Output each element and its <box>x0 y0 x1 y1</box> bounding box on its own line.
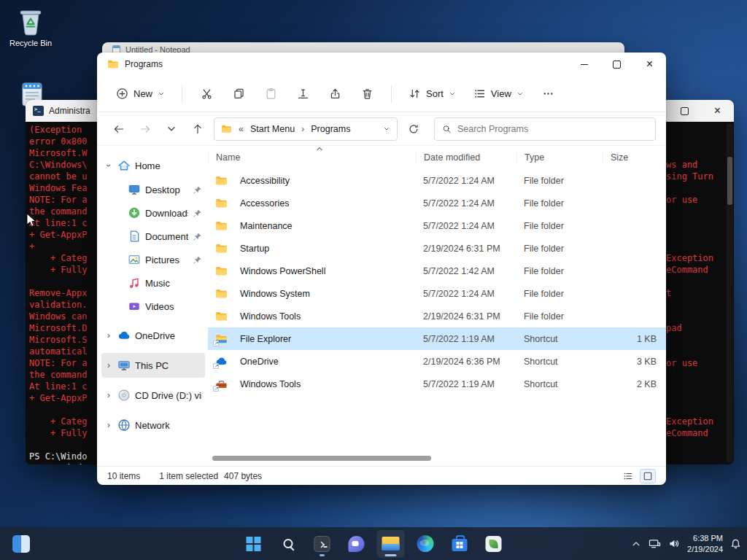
back-button[interactable] <box>107 117 131 141</box>
recycle-bin-desktop-icon[interactable]: Recycle Bin <box>4 6 57 47</box>
file-type: File folder <box>516 176 603 186</box>
clock[interactable]: 6:38 PM 2/19/2024 <box>687 533 723 555</box>
ps-maximize-button[interactable] <box>668 100 701 122</box>
sort-button[interactable]: Sort <box>401 82 463 105</box>
minimize-button[interactable] <box>568 52 600 76</box>
mouse-cursor <box>26 213 36 228</box>
item-count: 10 items <box>107 471 140 481</box>
console-line: C:\Windows\ <box>29 160 87 170</box>
address-bar[interactable]: « Start Menu › Programs <box>214 117 398 141</box>
pin-icon <box>193 209 202 218</box>
large-icons-view-toggle[interactable] <box>640 469 656 483</box>
sidebar-item[interactable]: Desktop <box>101 178 205 201</box>
breadcrumb-start-menu[interactable]: Start Menu <box>250 124 295 134</box>
table-row[interactable]: Windows System 5/7/2022 1:24 AM File fol… <box>208 282 666 305</box>
maximize-button[interactable] <box>600 52 633 76</box>
notification-bell-icon[interactable] <box>730 538 741 549</box>
widgets-icon[interactable] <box>7 530 35 558</box>
table-row[interactable]: Accessibility 5/7/2022 1:24 AM File fold… <box>208 169 666 192</box>
explorer-titlebar[interactable]: Programs <box>97 52 666 76</box>
delete-button[interactable] <box>352 82 382 106</box>
edge-icon[interactable] <box>411 530 439 558</box>
ps-scrollbar-thumb[interactable] <box>727 157 732 205</box>
chevron-down-icon <box>449 90 456 98</box>
paste-button[interactable] <box>256 82 285 106</box>
desktop: Recycle Bin Not Untitled - Notepad Admin… <box>0 0 747 560</box>
chat-icon[interactable] <box>343 530 371 558</box>
table-row[interactable]: Accessories 5/7/2022 1:24 AM File folder <box>208 192 666 214</box>
expander-chevron-icon[interactable] <box>104 161 113 170</box>
start-icon[interactable] <box>240 530 268 558</box>
expander-chevron-icon[interactable] <box>104 331 113 340</box>
table-row[interactable]: OneDrive 2/19/2024 6:36 PM Shortcut 3 KB <box>208 350 666 373</box>
sidebar-item[interactable]: CD Drive (D:) virtio- <box>101 383 205 408</box>
sidebar-item[interactable]: Music <box>101 271 205 295</box>
table-row[interactable]: Maintenance 5/7/2022 1:24 AM File folder <box>208 214 666 237</box>
pin-icon <box>193 185 202 195</box>
file-date-modified: 5/7/2022 1:19 AM <box>416 379 516 389</box>
sidebar-item[interactable]: Videos <box>101 295 205 318</box>
breadcrumb-programs[interactable]: Programs <box>311 124 350 134</box>
search-input[interactable] <box>457 124 648 134</box>
search-icon[interactable] <box>274 530 302 558</box>
table-row[interactable]: Windows Tools 2/19/2024 6:31 PM File fol… <box>208 305 666 327</box>
file-icon <box>214 219 229 232</box>
forward-button[interactable] <box>133 117 157 141</box>
volume-icon[interactable] <box>668 538 680 549</box>
table-row[interactable]: Windows PowerShell 5/7/2022 1:42 AM File… <box>208 260 666 282</box>
expander-chevron-icon[interactable] <box>104 361 113 370</box>
sidebar-item[interactable]: Documents <box>101 225 205 248</box>
copy-button[interactable] <box>224 82 253 106</box>
sidebar-item-icon <box>117 159 131 172</box>
folder-icon <box>107 58 119 70</box>
file-date-modified: 2/19/2024 6:36 PM <box>416 357 516 367</box>
sidebar-item[interactable]: Downloads <box>101 201 205 225</box>
console-line: PS C:\Windo <box>29 463 87 464</box>
more-options-button[interactable] <box>534 82 563 106</box>
up-button[interactable] <box>186 117 209 141</box>
sidebar-item-icon <box>128 253 141 266</box>
details-view-toggle[interactable] <box>620 469 636 483</box>
file-type: Shortcut <box>516 334 603 344</box>
column-header-type[interactable]: Type <box>516 152 603 163</box>
console-line: Exception <box>666 416 713 427</box>
recent-locations-button[interactable] <box>160 117 183 141</box>
breadcrumb-overflow[interactable]: « <box>237 124 245 134</box>
network-icon[interactable] <box>649 538 661 549</box>
table-row[interactable]: Startup 2/19/2024 6:31 PM File folder <box>208 237 666 260</box>
tray-chevron-up-icon[interactable] <box>631 539 641 549</box>
rename-button[interactable] <box>288 82 317 106</box>
close-button[interactable] <box>633 52 666 76</box>
file-icon <box>214 287 229 300</box>
store-icon[interactable] <box>446 530 473 558</box>
horizontal-scrollbar-thumb[interactable] <box>212 456 431 461</box>
sidebar-item[interactable]: Network <box>101 413 205 438</box>
expander-chevron-icon[interactable] <box>104 391 113 400</box>
refresh-button[interactable] <box>402 117 425 141</box>
ps-scrollbar[interactable] <box>727 123 733 463</box>
column-header-size[interactable]: Size <box>603 152 661 163</box>
file-explorer-icon[interactable] <box>377 530 405 558</box>
terminal-icon[interactable] <box>309 530 336 558</box>
chevron-down-icon[interactable] <box>383 125 390 133</box>
view-button[interactable]: View <box>466 82 531 105</box>
column-header-name[interactable]: Name <box>208 152 416 163</box>
file-icon <box>214 174 229 187</box>
file-name: OneDrive <box>234 357 416 367</box>
sidebar-item[interactable]: Home <box>101 153 205 178</box>
share-button[interactable] <box>320 82 349 106</box>
sidebar-item[interactable]: OneDrive <box>101 323 205 348</box>
sidebar-item[interactable]: Pictures <box>101 248 205 271</box>
search-box[interactable] <box>434 117 656 141</box>
cut-button[interactable] <box>192 82 221 106</box>
table-row[interactable]: Windows Tools 5/7/2022 1:19 AM Shortcut … <box>208 373 666 395</box>
leaf-app-icon[interactable] <box>480 530 508 558</box>
column-header-date[interactable]: Date modified <box>416 152 516 163</box>
console-line: the command <box>29 370 87 380</box>
file-type: File folder <box>516 311 603 322</box>
sidebar-item[interactable]: This PC <box>101 353 205 378</box>
table-row[interactable]: File Explorer 5/7/2022 1:19 AM Shortcut … <box>208 327 666 350</box>
expander-chevron-icon[interactable] <box>104 421 113 429</box>
new-button[interactable]: New <box>109 82 172 105</box>
ps-close-button[interactable] <box>701 100 734 122</box>
